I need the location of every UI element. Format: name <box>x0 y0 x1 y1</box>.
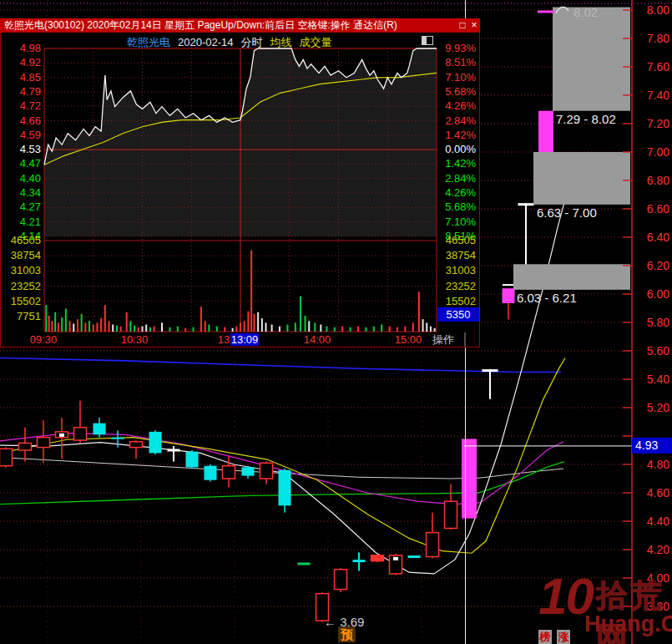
svg-text:5.40: 5.40 <box>647 373 669 386</box>
legend-avg-label: 均线 <box>270 36 292 48</box>
svg-text:1.42%: 1.42% <box>445 157 476 170</box>
svg-text:15502: 15502 <box>446 295 476 307</box>
svg-text:4.60: 4.60 <box>647 486 669 499</box>
pane-layout-icon[interactable] <box>422 36 433 45</box>
maximize-button[interactable]: □ <box>457 19 468 31</box>
svg-text:31003: 31003 <box>446 264 476 276</box>
svg-text:4.40: 4.40 <box>647 515 669 528</box>
app-root: 7.29 - 8.026.63 - 7.006.03 - 6.218.02← 3… <box>0 0 672 644</box>
svg-text:2.84%: 2.84% <box>445 114 476 127</box>
svg-text:4.79: 4.79 <box>20 85 41 98</box>
svg-text:4.40: 4.40 <box>20 172 41 185</box>
svg-text:4.53: 4.53 <box>20 143 41 155</box>
svg-text:0.00%: 0.00% <box>445 143 476 155</box>
window-title: 乾照光电(300102) 2020年02月14日 星期五 PageUp/Down… <box>0 18 457 32</box>
svg-text:6.60: 6.60 <box>647 202 669 216</box>
svg-text:3.80: 3.80 <box>647 600 669 613</box>
svg-text:1.42%: 1.42% <box>445 129 476 141</box>
svg-text:4.34: 4.34 <box>20 186 41 199</box>
bang-chip[interactable]: 榜 <box>538 630 552 644</box>
svg-text:7.10%: 7.10% <box>445 216 476 228</box>
svg-text:38754: 38754 <box>11 249 41 261</box>
svg-text:13:09: 13:09 <box>231 333 259 346</box>
svg-text:10:30: 10:30 <box>121 333 149 346</box>
minute-window-content: 4.989.93%4.928.51%4.857.10%4.795.68%4.72… <box>0 32 480 347</box>
svg-text:6.03 - 6.21: 6.03 - 6.21 <box>517 291 577 305</box>
close-button[interactable]: × <box>468 19 480 31</box>
svg-text:5.68%: 5.68% <box>445 85 476 98</box>
svg-text:7.60: 7.60 <box>647 60 669 74</box>
svg-text:4.92: 4.92 <box>20 56 41 68</box>
svg-text:15:00: 15:00 <box>395 333 422 346</box>
svg-text:7.20: 7.20 <box>647 117 669 130</box>
zhang-chip[interactable]: 涨 <box>557 630 570 644</box>
svg-text:4.20: 4.20 <box>647 543 669 556</box>
svg-text:5.20: 5.20 <box>647 401 669 414</box>
svg-text:4.80: 4.80 <box>647 458 669 471</box>
svg-text:4.26%: 4.26% <box>445 99 476 112</box>
svg-text:46505: 46505 <box>11 234 41 246</box>
svg-text:6.00: 6.00 <box>647 287 669 301</box>
svg-text:8.02: 8.02 <box>573 5 598 19</box>
svg-text:4.21: 4.21 <box>20 216 41 228</box>
svg-text:6.20: 6.20 <box>647 259 669 272</box>
legend-stock-name: 乾照光电 <box>127 36 170 48</box>
svg-text:6.40: 6.40 <box>647 231 669 244</box>
svg-text:31003: 31003 <box>11 264 41 276</box>
svg-text:5.68%: 5.68% <box>445 200 476 213</box>
svg-text:8.00: 8.00 <box>647 3 669 17</box>
svg-text:4.00: 4.00 <box>647 571 669 585</box>
minute-chart-legend: 乾照光电2020-02-14分时均线成交量 <box>127 35 340 50</box>
svg-text:15502: 15502 <box>11 295 41 307</box>
svg-text:4.72: 4.72 <box>20 99 41 112</box>
svg-text:4.66: 4.66 <box>20 114 41 127</box>
svg-text:7.40: 7.40 <box>647 89 669 102</box>
svg-text:5.80: 5.80 <box>647 316 669 329</box>
legend-volume-label: 成交量 <box>300 36 332 48</box>
svg-text:6.63 - 7.00: 6.63 - 7.00 <box>537 205 597 220</box>
svg-text:2.84%: 2.84% <box>445 172 476 185</box>
svg-text:5350: 5350 <box>447 308 471 321</box>
svg-text:38754: 38754 <box>446 249 476 261</box>
svg-text:14:00: 14:00 <box>304 333 331 346</box>
cursor-price-tag: 4.93 <box>635 439 658 452</box>
minute-line-chart[interactable]: 4.989.93%4.928.51%4.857.10%4.795.68%4.72… <box>0 32 480 347</box>
legend-date: 2020-02-14 <box>178 36 234 48</box>
svg-text:4.26%: 4.26% <box>445 186 476 199</box>
svg-text:7.10%: 7.10% <box>445 71 476 84</box>
svg-text:09:30: 09:30 <box>30 333 58 346</box>
predict-chip[interactable]: 预 <box>338 626 356 642</box>
svg-text:5.60: 5.60 <box>647 344 669 357</box>
svg-text:7751: 7751 <box>17 310 41 322</box>
svg-text:6.80: 6.80 <box>647 174 669 187</box>
svg-text:46505: 46505 <box>446 234 476 246</box>
svg-text:23252: 23252 <box>446 280 476 292</box>
svg-text:4.47: 4.47 <box>20 157 41 170</box>
svg-text:7.29 - 8.02: 7.29 - 8.02 <box>556 112 616 126</box>
svg-text:7.80: 7.80 <box>647 32 669 45</box>
svg-text:9.93%: 9.93% <box>445 42 476 54</box>
svg-text:4.85: 4.85 <box>20 71 41 84</box>
svg-text:23252: 23252 <box>11 280 41 292</box>
action-label: 操作 <box>432 333 454 346</box>
svg-text:4.59: 4.59 <box>20 129 41 141</box>
svg-text:7.00: 7.00 <box>647 145 669 159</box>
svg-text:4.98: 4.98 <box>20 42 41 54</box>
legend-minute-label: 分时 <box>241 36 263 48</box>
svg-text:8.51%: 8.51% <box>445 56 476 68</box>
window-titlebar[interactable]: 乾照光电(300102) 2020年02月14日 星期五 PageUp/Down… <box>0 18 480 32</box>
svg-text:4.27: 4.27 <box>20 200 41 213</box>
minute-chart-window: 乾照光电(300102) 2020年02月14日 星期五 PageUp/Down… <box>0 18 480 347</box>
